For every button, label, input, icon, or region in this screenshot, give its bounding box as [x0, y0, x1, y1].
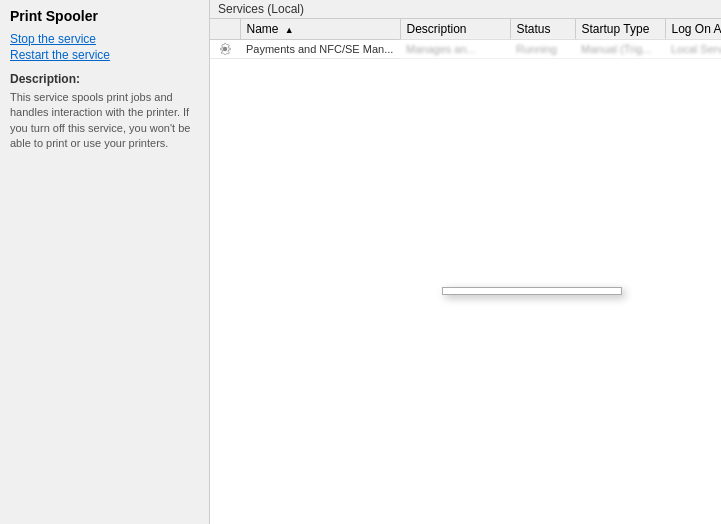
services-table-container: Name ▲ Description Status Startup Type L…	[210, 19, 721, 524]
row-description: Manages an...	[400, 40, 510, 59]
row-status: Running	[510, 40, 575, 59]
col-description[interactable]: Description	[400, 19, 510, 40]
services-table: Name ▲ Description Status Startup Type L…	[210, 19, 721, 59]
sort-arrow-icon: ▲	[285, 25, 294, 35]
row-logon: Local Service	[665, 40, 721, 59]
svg-point-0	[223, 47, 227, 51]
row-name[interactable]: Payments and NFC/SE Man...	[240, 40, 400, 59]
service-name-title: Print Spooler	[10, 8, 199, 24]
description-label: Description:	[10, 72, 199, 86]
col-status[interactable]: Status	[510, 19, 575, 40]
context-menu	[442, 287, 622, 295]
col-name[interactable]: Name ▲	[240, 19, 400, 40]
stop-service-link[interactable]: Stop the service	[10, 32, 199, 46]
service-links: Stop the service Restart the service	[10, 32, 199, 62]
col-icon	[210, 19, 240, 40]
col-startup-type[interactable]: Startup Type	[575, 19, 665, 40]
restart-service-link[interactable]: Restart the service	[10, 48, 199, 62]
services-header: Services (Local)	[210, 0, 721, 19]
description-text: This service spools print jobs and handl…	[10, 90, 199, 152]
col-logon[interactable]: Log On As	[665, 19, 721, 40]
row-startup-type: Manual (Trig...	[575, 40, 665, 59]
left-panel: Print Spooler Stop the service Restart t…	[0, 0, 210, 524]
row-gear-cell	[210, 40, 240, 59]
services-label: Services (Local)	[218, 2, 304, 16]
right-panel: Services (Local) Name ▲ Description Stat…	[210, 0, 721, 524]
